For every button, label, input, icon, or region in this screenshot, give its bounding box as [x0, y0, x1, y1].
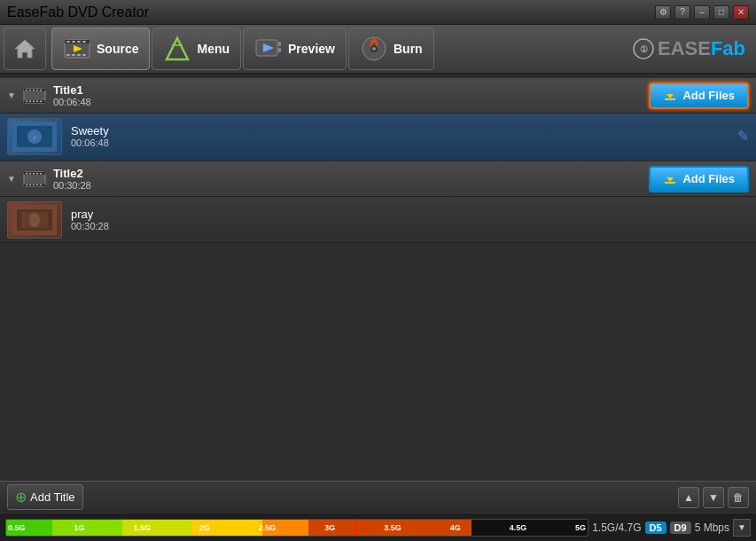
- label-1g: 1G: [74, 523, 84, 532]
- file-item-sweety[interactable]: ♪ Sweety 00:06:48 ✎: [0, 114, 756, 160]
- app-title: EaseFab DVD Creator: [7, 4, 149, 20]
- svg-rect-16: [278, 42, 281, 46]
- move-up-button[interactable]: ▲: [678, 487, 699, 508]
- svg-rect-57: [665, 182, 675, 184]
- settings-button[interactable]: ⚙: [655, 5, 671, 20]
- label-3g: 3G: [324, 523, 335, 532]
- add-files-icon-2: [663, 172, 677, 186]
- label-2g: 2G: [199, 523, 210, 532]
- bottom-bar: ⊕ Add Title ▲ ▼ 🗑: [0, 481, 756, 513]
- svg-text:①: ①: [639, 44, 647, 54]
- svg-rect-37: [665, 98, 675, 100]
- svg-rect-30: [40, 90, 42, 91]
- bottom-arrows: ▲ ▼ 🗑: [678, 487, 749, 508]
- preview-tab-label: Preview: [288, 42, 335, 56]
- svg-rect-50: [40, 173, 42, 175]
- brand-text: EASEFab: [658, 37, 745, 60]
- label-1-5g: 1.5G: [133, 523, 151, 532]
- help-button[interactable]: ?: [674, 5, 690, 20]
- source-tab[interactable]: Source: [51, 27, 150, 70]
- svg-point-62: [29, 213, 40, 227]
- svg-rect-48: [33, 173, 35, 175]
- minimize-button[interactable]: –: [694, 5, 710, 20]
- svg-marker-0: [15, 40, 35, 58]
- label-0-5g: 0.5G: [8, 523, 26, 532]
- sweety-duration: 00:06:48: [71, 137, 109, 148]
- label-4-5g: 4.5G: [510, 523, 527, 532]
- status-dropdown[interactable]: ▼: [733, 519, 751, 537]
- burn-tab-label: Burn: [394, 42, 423, 56]
- close-button[interactable]: ✕: [733, 5, 749, 20]
- title2-collapse[interactable]: ▼: [7, 174, 16, 184]
- svg-rect-5: [77, 41, 81, 43]
- svg-rect-52: [29, 184, 31, 185]
- add-files-button-1[interactable]: Add Files: [649, 82, 749, 109]
- title-bar-controls: ⚙ ? – □ ✕: [655, 5, 749, 20]
- title2-film-icon: [23, 168, 46, 191]
- svg-rect-47: [29, 173, 31, 175]
- svg-rect-28: [33, 90, 35, 91]
- svg-rect-17: [278, 48, 281, 52]
- label-3-5g: 3.5G: [384, 523, 401, 532]
- home-icon: [12, 36, 37, 61]
- title-bar: EaseFab DVD Creator ⚙ ? – □ ✕: [0, 0, 756, 25]
- pray-name: pray: [71, 208, 109, 221]
- label-2-5g: 2.5G: [259, 523, 277, 532]
- svg-rect-32: [29, 100, 31, 102]
- preview-tab[interactable]: Preview: [243, 27, 347, 70]
- label-4g: 4G: [450, 523, 461, 532]
- svg-text:♪: ♪: [33, 134, 36, 140]
- svg-rect-4: [72, 41, 75, 43]
- svg-rect-10: [82, 54, 86, 56]
- sweety-name: Sweety: [71, 124, 109, 137]
- svg-point-20: [372, 47, 376, 51]
- trash-icon: 🗑: [733, 491, 744, 504]
- svg-rect-53: [33, 184, 35, 185]
- disc-d5-badge[interactable]: D5: [645, 521, 666, 534]
- burn-icon: [360, 35, 388, 63]
- progress-labels: 0.5G 1G 1.5G 2G 2.5G 3G 3.5G 4G 4.5G 5G: [6, 520, 588, 536]
- burn-tab[interactable]: Burn: [348, 27, 434, 70]
- delete-button[interactable]: 🗑: [728, 487, 749, 508]
- sweety-edit-icon[interactable]: ✎: [737, 128, 749, 145]
- add-files-icon-1: [663, 89, 677, 103]
- home-tab[interactable]: [4, 27, 46, 70]
- title-group-2: ▼: [0, 161, 756, 243]
- title1-duration: 00:06:48: [53, 97, 91, 107]
- arrow-up-icon: ▲: [683, 491, 694, 504]
- add-title-button[interactable]: ⊕ Add Title: [7, 484, 83, 510]
- svg-rect-3: [66, 41, 70, 43]
- source-tab-label: Source: [97, 42, 138, 56]
- maximize-button[interactable]: □: [713, 5, 729, 20]
- svg-rect-31: [26, 100, 27, 102]
- svg-rect-54: [36, 184, 38, 185]
- title1-collapse[interactable]: ▼: [7, 90, 16, 100]
- move-down-button[interactable]: ▼: [703, 487, 724, 508]
- svg-rect-33: [33, 100, 35, 102]
- main-content: ▼: [0, 74, 756, 481]
- title-group-1: ▼: [0, 78, 756, 160]
- file-item-pray[interactable]: pray 00:30:28: [0, 197, 756, 243]
- menu-tab[interactable]: Menu: [152, 27, 241, 70]
- size-info: 1.5G/4.7G: [592, 521, 641, 534]
- svg-rect-46: [26, 173, 27, 175]
- svg-marker-58: [666, 177, 674, 182]
- status-bar: 0.5G 1G 1.5G 2G 2.5G 3G 3.5G 4G 4.5G 5G …: [0, 513, 756, 541]
- svg-marker-12: [167, 38, 188, 59]
- add-files-button-2[interactable]: Add Files: [649, 166, 749, 192]
- svg-rect-6: [82, 41, 86, 43]
- svg-rect-34: [36, 100, 38, 102]
- svg-rect-35: [40, 100, 42, 102]
- title2-header: ▼: [0, 161, 756, 197]
- svg-rect-29: [36, 90, 38, 91]
- pray-duration: 00:30:28: [71, 221, 109, 231]
- toolbar: Source Menu Preview: [0, 25, 756, 74]
- brand-logo: ① EASEFab: [633, 37, 752, 60]
- title2-name: Title2: [53, 167, 91, 180]
- disc-d9-badge[interactable]: D9: [670, 521, 691, 534]
- pray-thumb-image: [12, 205, 57, 235]
- title1-film-icon: [23, 84, 46, 107]
- add-title-plus-icon: ⊕: [15, 489, 27, 506]
- svg-rect-7: [66, 54, 70, 56]
- bitrate-info: 5 Mbps: [695, 521, 729, 534]
